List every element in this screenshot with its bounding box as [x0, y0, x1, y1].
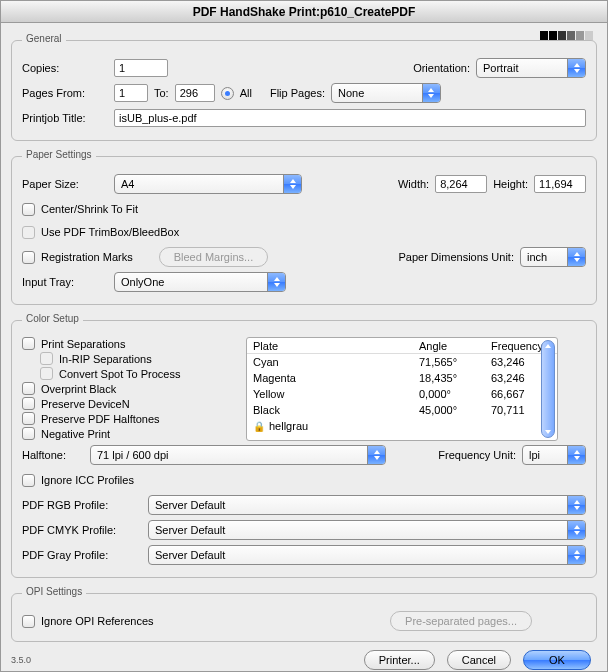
pre-separated-button: Pre-separated pages...: [390, 611, 532, 631]
gray-profile-label: PDF Gray Profile:: [22, 549, 142, 561]
lock-icon: 🔒: [253, 421, 265, 432]
frequency-unit-select[interactable]: lpi: [522, 445, 586, 465]
cmyk-profile-select[interactable]: Server Default: [148, 520, 586, 540]
orientation-label: Orientation:: [413, 62, 470, 74]
halftone-select[interactable]: 71 lpi / 600 dpi: [90, 445, 386, 465]
paper-dim-unit-label: Paper Dimensions Unit:: [398, 251, 514, 263]
halftone-label: Halftone:: [22, 449, 84, 461]
preserve-devicen-checkbox[interactable]: Preserve DeviceN: [22, 397, 240, 410]
gray-profile-select[interactable]: Server Default: [148, 545, 586, 565]
paper-height-input[interactable]: [534, 175, 586, 193]
overprint-black-checkbox[interactable]: Overprint Black: [22, 382, 240, 395]
printer-button[interactable]: Printer...: [364, 650, 435, 670]
negative-print-checkbox[interactable]: Negative Print: [22, 427, 240, 440]
printjob-title-input[interactable]: [114, 109, 586, 127]
pages-from-input[interactable]: [114, 84, 148, 102]
registration-marks-checkbox[interactable]: Registration Marks: [22, 251, 133, 264]
version-label: 3.5.0: [11, 655, 31, 665]
center-shrink-checkbox[interactable]: Center/Shrink To Fit: [22, 203, 138, 216]
printjob-title-label: Printjob Title:: [22, 112, 108, 124]
frequency-unit-label: Frequency Unit:: [438, 449, 516, 461]
copies-label: Copies:: [22, 62, 108, 74]
plates-list[interactable]: Plate Angle Frequency Cyan71,565°63,246 …: [246, 337, 558, 441]
cancel-button[interactable]: Cancel: [447, 650, 511, 670]
opi-settings-group: OPI Settings Ignore OPI References Pre-s…: [11, 588, 597, 642]
window-title: PDF HandShake Print:p610_CreatePDF: [1, 1, 607, 23]
ignore-opi-checkbox[interactable]: Ignore OPI References: [22, 615, 154, 628]
preserve-halftones-checkbox[interactable]: Preserve PDF Halftones: [22, 412, 240, 425]
paper-dim-unit-select[interactable]: inch: [520, 247, 586, 267]
input-tray-label: Input Tray:: [22, 276, 108, 288]
paper-size-label: Paper Size:: [22, 178, 108, 190]
paper-width-label: Width:: [398, 178, 429, 190]
paper-size-select[interactable]: A4: [114, 174, 302, 194]
orientation-select[interactable]: Portrait: [476, 58, 586, 78]
input-tray-select[interactable]: OnlyOne: [114, 272, 286, 292]
print-separations-checkbox[interactable]: Print Separations: [22, 337, 240, 350]
ok-button[interactable]: OK: [523, 650, 591, 670]
rgb-profile-select[interactable]: Server Default: [148, 495, 586, 515]
paper-height-label: Height:: [493, 178, 528, 190]
bleed-margins-button: Bleed Margins...: [159, 247, 268, 267]
convert-spot-checkbox: Convert Spot To Process: [40, 367, 240, 380]
rgb-profile-label: PDF RGB Profile:: [22, 499, 142, 511]
pages-to-input[interactable]: [175, 84, 215, 102]
flip-pages-label: Flip Pages:: [270, 87, 325, 99]
use-trimbox-checkbox: Use PDF TrimBox/BleedBox: [22, 226, 179, 239]
paper-settings-group: Paper Settings Paper Size: A4 Width: Hei…: [11, 151, 597, 305]
color-setup-group: Color Setup Print Separations In-RIP Sep…: [11, 315, 597, 578]
cmyk-profile-label: PDF CMYK Profile:: [22, 524, 142, 536]
in-rip-separations-checkbox: In-RIP Separations: [40, 352, 240, 365]
copies-input[interactable]: [114, 59, 168, 77]
ignore-icc-checkbox[interactable]: Ignore ICC Profiles: [22, 474, 134, 487]
paper-width-input[interactable]: [435, 175, 487, 193]
pages-all-radio[interactable]: All: [221, 87, 252, 100]
pages-to-label: To:: [154, 87, 169, 99]
general-group: General Copies: Orientation: Portrait Pa…: [11, 35, 597, 141]
plates-scrollbar[interactable]: [541, 340, 555, 438]
flip-pages-select[interactable]: None: [331, 83, 441, 103]
pages-from-label: Pages From:: [22, 87, 108, 99]
